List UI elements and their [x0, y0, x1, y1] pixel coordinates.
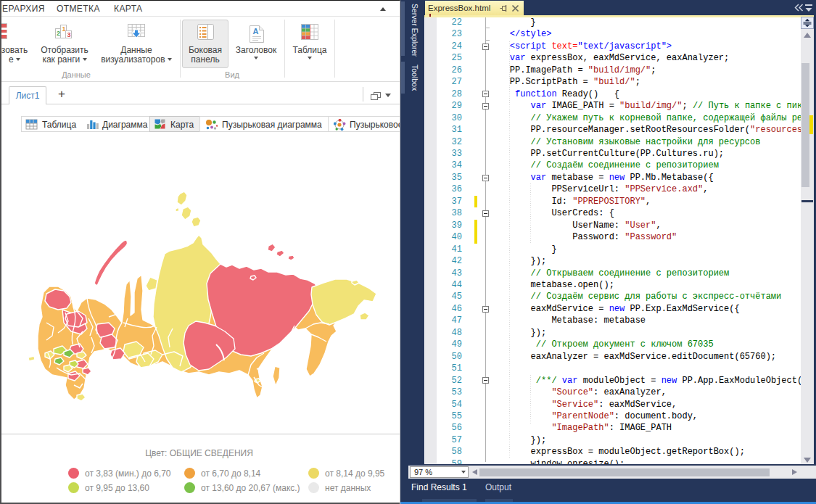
- svg-text:3: 3: [67, 31, 71, 38]
- svg-text:A: A: [253, 27, 259, 36]
- svg-text:2: 2: [57, 30, 60, 37]
- svg-text:1: 1: [62, 25, 66, 33]
